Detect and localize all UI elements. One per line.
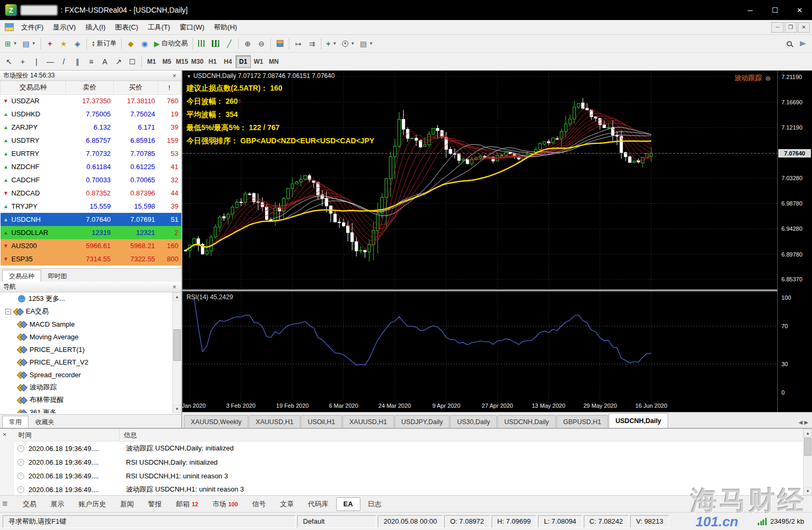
terminal-column-time[interactable]: 时间 <box>14 429 120 441</box>
log-row-3[interactable]: 2020.06.18 19:36:49....波动跟踪 USDCNH,H1: u… <box>14 483 803 496</box>
terminal-tab-展示[interactable]: 展示 <box>44 497 71 511</box>
market-watch-row-USDZAR[interactable]: ▼USDZAR17.3735017.38110760 <box>1 94 181 107</box>
crosshair-tool-button[interactable]: + <box>16 55 30 68</box>
horizontal-line-tool-button[interactable]: — <box>43 55 57 68</box>
terminal-tab-日志[interactable]: 日志 <box>361 497 388 511</box>
line-chart-button[interactable]: ╱ <box>222 37 236 51</box>
periods-button[interactable]: ▼ <box>339 37 357 51</box>
menu-item-6[interactable]: 帮助(H) <box>209 21 242 34</box>
time-axis[interactable]: 16 Jan 20203 Feb 202019 Feb 20206 Mar 20… <box>182 400 777 412</box>
market-watch-row-USDOLLAR[interactable]: ▲USDOLLAR12319123212 <box>1 226 181 239</box>
zoom-out-button[interactable]: ⊖ <box>255 37 268 51</box>
maximize-button[interactable]: ☐ <box>762 0 787 20</box>
menu-item-1[interactable]: 显示(V) <box>48 21 81 34</box>
market-watch-row-USDHKD[interactable]: ▲USDHKD7.750057.7502419 <box>1 107 181 121</box>
column-header-1[interactable]: 卖价 <box>66 81 113 94</box>
dock-icon[interactable]: ≣ <box>2 499 8 507</box>
menu-item-4[interactable]: 工具(T) <box>143 21 175 34</box>
terminal-tab-EA[interactable]: EA <box>336 497 360 511</box>
terminal-tab-账户历史[interactable]: 账户历史 <box>72 497 113 511</box>
navigator-item-6[interactable]: Spread_recorder <box>0 368 172 381</box>
arrow-tool-button[interactable]: ↗ <box>112 55 125 68</box>
navigator-item-8[interactable]: 布林带提醒 <box>0 394 172 406</box>
market-watch-close-icon[interactable]: × <box>171 72 178 80</box>
zoom-in-button[interactable]: ⊕ <box>241 37 255 51</box>
market-watch-tab-0[interactable]: 交易品种 <box>2 270 41 282</box>
timeframe-M30-button[interactable]: M30 <box>190 55 205 68</box>
navigator-tab-1[interactable]: 收藏夹 <box>28 416 61 428</box>
close-button[interactable]: ✕ <box>787 0 812 20</box>
market-watch-toggle-button[interactable]: + <box>43 37 57 51</box>
timeframe-H1-button[interactable]: H1 <box>205 55 220 68</box>
chart-tab-2[interactable]: USOil,H1 <box>301 415 342 428</box>
market-watch-row-NZDCHF[interactable]: ▲NZDCHF0.611840.6122541 <box>1 160 181 173</box>
navigator-item-5[interactable]: PRICE_ALERT_V2 <box>0 356 172 368</box>
chart-tab-0[interactable]: XAUUSD,Weekly <box>184 415 248 428</box>
templates-button[interactable]: ▤▼ <box>357 37 376 51</box>
timeframe-M15-button[interactable]: M15 <box>174 55 190 68</box>
tile-windows-button[interactable] <box>273 37 287 51</box>
indicator-remove-icon[interactable]: ⊗ <box>765 74 771 82</box>
menu-item-3[interactable]: 图表(C) <box>110 21 143 34</box>
navigator-item-0[interactable]: …1253 更多... <box>0 292 172 305</box>
navigator-item-2[interactable]: MACD Sample <box>0 318 172 330</box>
menu-item-2[interactable]: 插入(I) <box>81 21 110 34</box>
data-window-button[interactable]: ★ <box>57 37 71 51</box>
navigator-item-3[interactable]: Moving Average <box>0 330 172 343</box>
market-watch-row-CADCHF[interactable]: ▲CADCHF0.700330.7006532 <box>1 173 181 187</box>
terminal-tab-交易[interactable]: 交易 <box>16 497 43 511</box>
mql5-community-button[interactable]: ◉ <box>138 37 151 51</box>
indicators-button[interactable]: +▼ <box>324 37 339 51</box>
price-axis[interactable]: 7.211907.166907.121907.032806.987806.942… <box>777 71 812 412</box>
scroll-up-icon[interactable]: ▲ <box>804 429 812 437</box>
timeframe-H4-button[interactable]: H4 <box>220 55 236 68</box>
profiles-button[interactable]: ▤▼ <box>20 37 38 51</box>
terminal-tab-文章[interactable]: 文章 <box>273 497 301 511</box>
mdi-close-button[interactable]: ✕ <box>798 22 810 33</box>
navigator-item-1[interactable]: −EA交易 <box>0 305 172 318</box>
scroll-down-icon[interactable]: ▼ <box>804 487 812 495</box>
chart-tab-3[interactable]: XAUUSD,H1 <box>343 415 394 428</box>
navigator-item-7[interactable]: 波动跟踪 <box>0 381 172 394</box>
market-watch-row-USDTRY[interactable]: ▲USDTRY6.857576.85916159 <box>1 134 181 147</box>
market-watch-row-EURTRY[interactable]: ▲EURTRY7.707327.7078553 <box>1 147 181 160</box>
scroll-thumb[interactable] <box>173 329 181 361</box>
terminal-tab-代码库[interactable]: 代码库 <box>301 497 336 511</box>
timeframe-D1-button[interactable]: D1 <box>236 55 251 68</box>
market-watch-row-USDCNH[interactable]: ▲USDCNH7.076407.0769151 <box>1 213 181 226</box>
navigator-scrollbar[interactable]: ▲ ▼ <box>172 292 181 413</box>
column-header-0[interactable]: 交易品种 <box>1 81 66 94</box>
log-row-1[interactable]: 2020.06.18 19:36:49....RSI USDCNH,Daily:… <box>14 455 803 469</box>
auto-scroll-button[interactable]: ↦ <box>291 37 305 51</box>
chart-tab-1[interactable]: XAUUSD,H1 <box>249 415 300 428</box>
timeframe-M1-button[interactable]: M1 <box>144 55 159 68</box>
navigator-toggle-button[interactable]: ◈ <box>71 37 84 51</box>
community-chat-button[interactable] <box>796 37 810 51</box>
navigator-tab-0[interactable]: 常用 <box>2 416 28 428</box>
navigator-close-icon[interactable]: × <box>171 283 178 291</box>
menu-item-5[interactable]: 窗口(W) <box>175 21 209 34</box>
market-watch-row-ESP35[interactable]: ▼ESP357314.557322.55800 <box>1 252 181 266</box>
terminal-close-icon[interactable]: × <box>3 430 7 438</box>
minimize-button[interactable]: ─ <box>738 0 762 20</box>
equidistant-channel-tool-button[interactable]: ∥ <box>71 55 84 68</box>
scroll-thumb[interactable] <box>804 438 811 456</box>
chart-tab-8[interactable]: USDCNH,Daily <box>609 413 668 428</box>
status-profile[interactable]: Default <box>297 515 376 528</box>
scroll-up-icon[interactable]: ▲ <box>173 292 181 301</box>
chart-shift-button[interactable]: ⇉ <box>305 37 319 51</box>
market-watch-row-NZDCAD[interactable]: ▼NZDCAD0.873520.8739644 <box>1 187 181 200</box>
market-watch-tab-1[interactable]: 即时图 <box>41 270 74 282</box>
terminal-tab-邮箱[interactable]: 邮箱12 <box>169 497 205 511</box>
timeframe-M5-button[interactable]: M5 <box>159 55 174 68</box>
new-chart-button[interactable]: ⊞▼ <box>2 37 20 51</box>
tabs-scroll-left-icon[interactable]: ◀ <box>799 419 803 425</box>
new-order-button[interactable]: ▲▼新订单 <box>89 37 119 51</box>
vertical-line-tool-button[interactable]: | <box>30 55 43 68</box>
autotrading-button[interactable]: ▶自动交易 <box>151 37 190 51</box>
terminal-column-message[interactable]: 信息 <box>120 429 803 441</box>
candlestick-chart-button[interactable] <box>209 37 222 51</box>
navigator-item-9[interactable]: 361 更多 <box>0 406 172 413</box>
chart-tab-5[interactable]: US30,Daily <box>450 415 497 428</box>
mdi-restore-button[interactable]: ❐ <box>785 22 797 33</box>
